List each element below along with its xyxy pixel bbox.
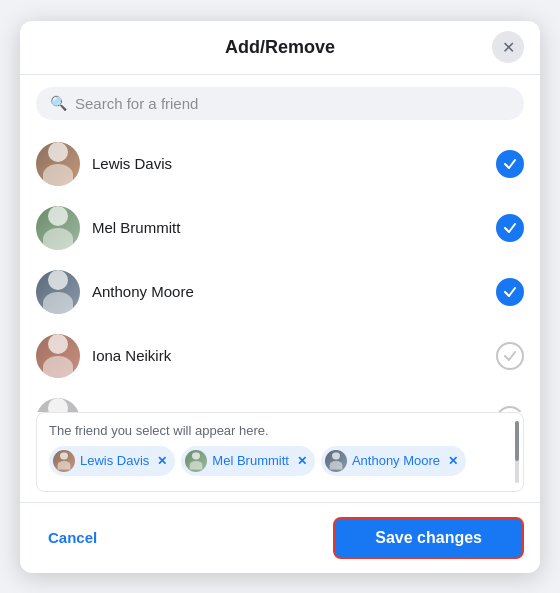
check-bryan[interactable] (496, 406, 524, 412)
friend-item-bryan[interactable]: Bryan White (20, 388, 540, 412)
modal-header: Add/Remove ✕ (20, 21, 540, 75)
friend-name-mel: Mel Brummitt (92, 219, 496, 236)
avatar-lewis (36, 142, 80, 186)
scrollbar-thumb (515, 421, 519, 461)
search-box: 🔍 (36, 87, 524, 120)
tag-name-lewis: Lewis Davis (80, 453, 149, 468)
selected-tags: Lewis Davis ✕ Mel Brummitt ✕ Anthony Moo… (49, 446, 511, 476)
modal-title: Add/Remove (225, 37, 335, 58)
save-button[interactable]: Save changes (333, 517, 524, 559)
tag-lewis: Lewis Davis ✕ (49, 446, 175, 476)
scrollbar[interactable] (515, 421, 519, 483)
avatar-bryan (36, 398, 80, 412)
modal-footer: Cancel Save changes (20, 502, 540, 573)
friend-name-anthony: Anthony Moore (92, 283, 496, 300)
friend-name-iona: Iona Neikirk (92, 347, 496, 364)
tag-remove-mel[interactable]: ✕ (297, 455, 307, 467)
check-iona[interactable] (496, 342, 524, 370)
friend-item-mel[interactable]: Mel Brummitt (20, 196, 540, 260)
friend-item-anthony[interactable]: Anthony Moore (20, 260, 540, 324)
avatar-iona (36, 334, 80, 378)
selected-preview: The friend you select will appear here. … (36, 412, 524, 492)
search-input[interactable] (75, 95, 510, 112)
add-remove-modal: Add/Remove ✕ 🔍 Lewis Davis Mel Brummitt (20, 21, 540, 573)
close-button[interactable]: ✕ (492, 31, 524, 63)
check-anthony[interactable] (496, 278, 524, 306)
check-mel[interactable] (496, 214, 524, 242)
friends-list: Lewis Davis Mel Brummitt Anthony Moore (20, 132, 540, 412)
tag-name-mel: Mel Brummitt (212, 453, 289, 468)
tag-avatar-lewis (53, 450, 75, 472)
friend-name-lewis: Lewis Davis (92, 155, 496, 172)
friend-item-lewis[interactable]: Lewis Davis (20, 132, 540, 196)
search-container: 🔍 (20, 75, 540, 132)
preview-hint: The friend you select will appear here. (49, 423, 511, 438)
tag-remove-lewis[interactable]: ✕ (157, 455, 167, 467)
cancel-button[interactable]: Cancel (36, 523, 109, 552)
check-lewis[interactable] (496, 150, 524, 178)
avatar-mel (36, 206, 80, 250)
tag-remove-anthony[interactable]: ✕ (448, 455, 458, 467)
tag-mel: Mel Brummitt ✕ (181, 446, 315, 476)
friend-item-iona[interactable]: Iona Neikirk (20, 324, 540, 388)
tag-anthony: Anthony Moore ✕ (321, 446, 466, 476)
tag-avatar-mel (185, 450, 207, 472)
tag-name-anthony: Anthony Moore (352, 453, 440, 468)
avatar-anthony (36, 270, 80, 314)
tag-avatar-anthony (325, 450, 347, 472)
search-icon: 🔍 (50, 95, 67, 111)
